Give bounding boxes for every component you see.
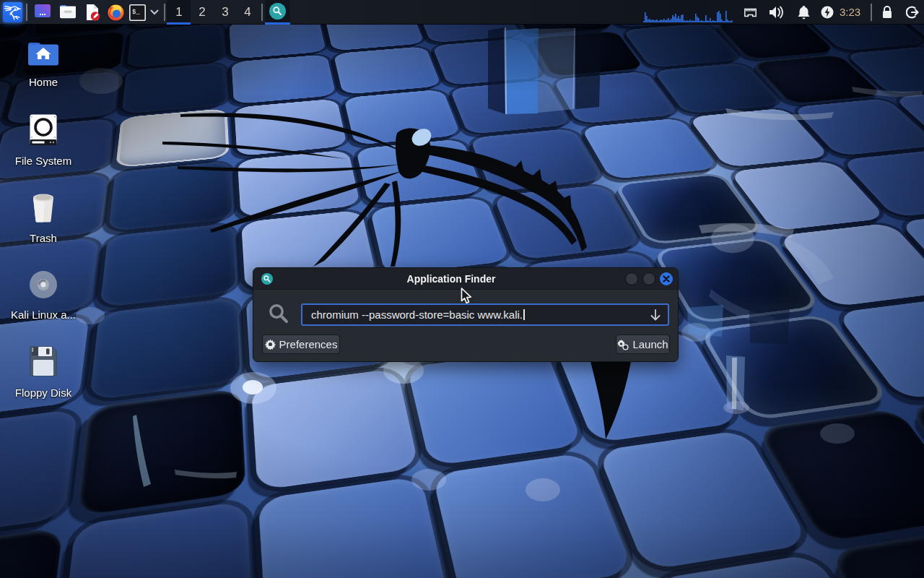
svg-text:$_: $_ <box>132 9 140 16</box>
